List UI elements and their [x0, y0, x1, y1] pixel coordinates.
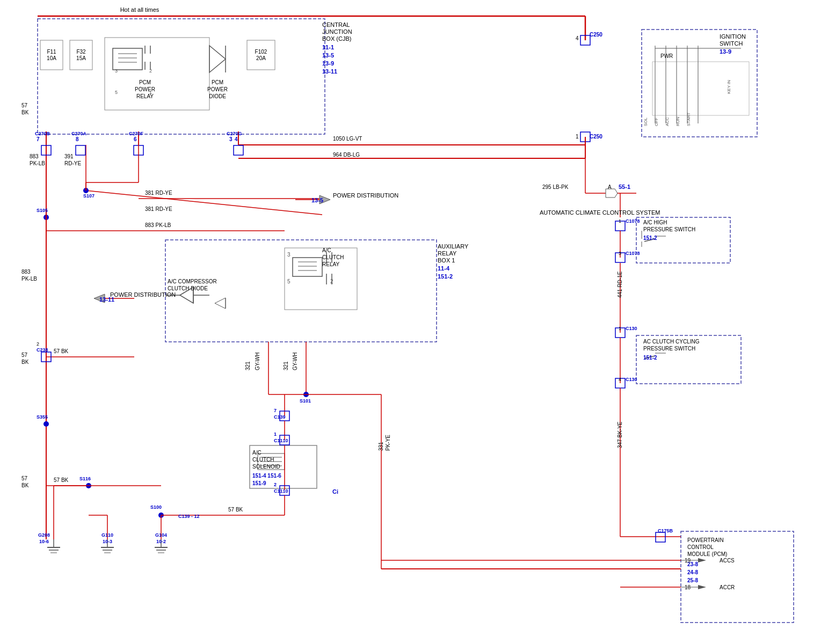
svg-text:57 BK: 57 BK	[54, 348, 69, 354]
svg-text:C250: C250	[590, 134, 602, 140]
svg-text:CENTRAL: CENTRAL	[322, 21, 350, 28]
svg-text:POWER DISTRIBUTION: POWER DISTRIBUTION	[333, 192, 398, 199]
svg-text:POWER: POWER	[135, 86, 155, 92]
svg-text:57 BK: 57 BK	[54, 477, 69, 483]
svg-text:4: 4	[619, 377, 621, 382]
svg-text:7: 7	[37, 136, 40, 142]
svg-text:C270A: C270A	[71, 131, 87, 136]
svg-text:DIODE: DIODE	[209, 93, 226, 99]
svg-text:PCM: PCM	[212, 79, 223, 85]
svg-text:S100: S100	[150, 504, 162, 510]
svg-text:GY-WH: GY-WH	[255, 352, 260, 370]
svg-text:C130: C130	[626, 326, 637, 331]
svg-text:PCM: PCM	[139, 79, 151, 85]
svg-text:57: 57	[21, 352, 28, 358]
svg-text:151-2: 151-2	[643, 235, 657, 241]
svg-text:SOLENOID: SOLENOID	[252, 464, 280, 470]
svg-text:F102: F102	[255, 49, 267, 55]
svg-marker-40	[215, 298, 226, 309]
svg-text:A/C HIGH: A/C HIGH	[643, 219, 667, 225]
svg-text:BK: BK	[21, 482, 29, 488]
svg-text:8: 8	[76, 136, 79, 142]
svg-text:S355: S355	[37, 414, 48, 420]
svg-text:S107: S107	[83, 193, 95, 199]
svg-text:IGNITION: IGNITION	[720, 33, 746, 40]
svg-text:SWITCH: SWITCH	[720, 40, 743, 47]
svg-text:S101: S101	[300, 398, 311, 404]
svg-text:1: 1	[619, 326, 621, 331]
svg-text:C1110: C1110	[274, 438, 288, 443]
svg-rect-25	[293, 258, 322, 276]
svg-text:ACCR: ACCR	[720, 584, 735, 590]
svg-text:5: 5	[115, 90, 118, 95]
svg-text:151-9: 151-9	[252, 480, 266, 486]
svg-text:POWERTRAIN: POWERTRAIN	[687, 537, 724, 543]
svg-text:C130: C130	[626, 377, 637, 382]
svg-text:S105: S105	[37, 208, 48, 213]
svg-text:57: 57	[21, 475, 28, 481]
svg-rect-91	[76, 145, 85, 155]
svg-text:RELAY: RELAY	[438, 250, 457, 257]
svg-text:GY-WH: GY-WH	[292, 352, 298, 370]
svg-text:391: 391	[64, 153, 74, 159]
svg-text:347  BK-YE: 347 BK-YE	[617, 421, 623, 448]
svg-text:20A: 20A	[256, 55, 266, 61]
svg-text:C139 - 12: C139 - 12	[178, 514, 200, 519]
svg-marker-284	[698, 585, 706, 589]
svg-text:C270B: C270B	[35, 131, 50, 136]
svg-text:BOX (CJB): BOX (CJB)	[322, 35, 351, 42]
svg-text:13-9: 13-9	[322, 60, 334, 67]
svg-text:295  LB-PK: 295 LB-PK	[542, 184, 569, 190]
svg-text:CONTROL: CONTROL	[687, 544, 714, 550]
svg-text:55-1: 55-1	[619, 184, 630, 190]
svg-text:57: 57	[21, 103, 28, 108]
svg-text:2: 2	[330, 279, 333, 284]
svg-text:883  PK-LB: 883 PK-LB	[145, 222, 171, 228]
svg-text:441  RD-1E: 441 RD-1E	[617, 271, 623, 298]
svg-text:C139: C139	[274, 414, 286, 420]
svg-text:151-2: 151-2	[643, 355, 657, 361]
svg-rect-0	[38, 19, 325, 134]
svg-rect-5	[113, 48, 142, 70]
svg-rect-108	[656, 532, 665, 542]
svg-text:PWR: PWR	[660, 53, 673, 59]
svg-text:57 BK: 57 BK	[228, 507, 243, 513]
svg-text:G104: G104	[155, 532, 167, 538]
svg-text:C270F: C270F	[129, 131, 144, 136]
svg-text:C1078: C1078	[626, 218, 640, 224]
svg-marker-13	[209, 46, 226, 72]
svg-line-66	[86, 191, 322, 215]
svg-text:RUN: RUN	[676, 116, 680, 126]
svg-text:C238: C238	[37, 347, 48, 353]
svg-text:F32: F32	[76, 49, 86, 55]
svg-text:13-5: 13-5	[311, 197, 323, 203]
svg-text:CLUTCH: CLUTCH	[252, 457, 274, 463]
svg-text:3: 3	[115, 68, 118, 74]
svg-text:10-3: 10-3	[103, 539, 112, 544]
svg-text:964  DB-LG: 964 DB-LG	[333, 152, 360, 158]
svg-text:1: 1	[619, 218, 621, 224]
svg-text:1050  LG-VT: 1050 LG-VT	[333, 136, 362, 142]
svg-text:10-2: 10-2	[156, 539, 166, 544]
svg-text:POWER: POWER	[207, 86, 228, 92]
svg-text:CLUTCH: CLUTCH	[322, 254, 344, 260]
svg-text:321: 321	[283, 361, 289, 370]
svg-text:BK: BK	[21, 109, 29, 115]
svg-text:24-8: 24-8	[687, 569, 698, 575]
svg-text:2: 2	[274, 482, 277, 487]
svg-text:AC CLUTCH CYCLING: AC CLUTCH CYCLING	[643, 339, 700, 345]
svg-text:13-11: 13-11	[322, 68, 337, 75]
svg-text:MODULE (PCM): MODULE (PCM)	[687, 551, 727, 557]
svg-text:883: 883	[21, 269, 31, 275]
svg-marker-282	[698, 558, 706, 562]
wiring-diagram: 3 5 2	[0, 0, 828, 644]
svg-text:CLUTCH DIODE: CLUTCH DIODE	[168, 286, 208, 291]
svg-text:PRESSURE SWITCH: PRESSURE SWITCH	[643, 226, 695, 232]
svg-text:2: 2	[149, 68, 152, 74]
svg-text:3: 3	[619, 251, 621, 256]
svg-text:OFF: OFF	[654, 118, 659, 126]
svg-text:10A: 10A	[47, 55, 56, 61]
svg-text:START: START	[686, 112, 691, 126]
svg-text:JUNCTION: JUNCTION	[322, 28, 352, 35]
svg-text:381  RD-YE: 381 RD-YE	[145, 206, 172, 212]
